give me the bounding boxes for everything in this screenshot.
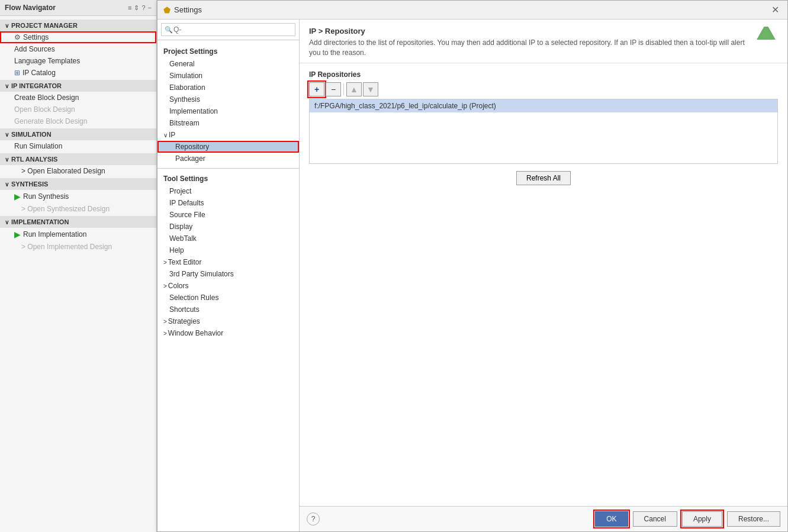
nav-pin-icon[interactable]: ≡ xyxy=(128,4,131,12)
tree-item-display[interactable]: Display xyxy=(157,221,299,233)
toolbar-separator xyxy=(343,83,344,95)
nav-item-settings[interactable]: ⚙ Settings xyxy=(0,31,156,43)
nav-item-run-synthesis[interactable]: ▶ Run Synthesis xyxy=(0,190,156,203)
section-synthesis-header[interactable]: ∨ SYNTHESIS xyxy=(0,178,156,190)
remove-repo-button[interactable]: − xyxy=(326,82,341,96)
nav-item-add-sources-label: Add Sources xyxy=(14,45,55,53)
nav-item-add-sources[interactable]: Add Sources xyxy=(0,43,156,55)
content-breadcrumb: IP > Repository xyxy=(309,27,778,36)
tree-item-implementation[interactable]: Implementation xyxy=(157,105,299,117)
nav-item-open-elaborated-design[interactable]: > Open Elaborated Design xyxy=(0,165,156,177)
chevron-down-icon-6: ∨ xyxy=(5,219,9,225)
flow-nav-title: Flow Navigator xyxy=(5,4,56,12)
cancel-button[interactable]: Cancel xyxy=(633,511,677,527)
tree-divider xyxy=(157,168,299,169)
repo-list: f:/FPGA/high_class_2021/p6_led_ip/calcul… xyxy=(309,99,778,164)
ip-expand-icon: ∨ xyxy=(163,132,168,138)
nav-help-icon[interactable]: ? xyxy=(141,4,145,12)
section-ip-integrator-label: IP INTEGRATOR xyxy=(11,82,62,89)
tree-item-shortcuts[interactable]: Shortcuts xyxy=(157,304,299,315)
ip-repositories-label: IP Repositories xyxy=(309,70,778,79)
flow-nav-content: ∨ PROJECT MANAGER ⚙ Settings Add Sources… xyxy=(0,16,156,532)
tree-item-source-file[interactable]: Source File xyxy=(157,209,299,221)
tree-item-general[interactable]: General xyxy=(157,58,299,70)
tree-content: Project Settings General Simulation Elab… xyxy=(157,40,299,531)
tree-group-window-behavior[interactable]: > Window Behavior xyxy=(157,327,299,339)
section-project-manager-label: PROJECT MANAGER xyxy=(11,22,78,29)
tree-item-packager[interactable]: Packager xyxy=(157,153,299,165)
section-simulation-header[interactable]: ∨ SIMULATION xyxy=(0,128,156,140)
search-icon: 🔍 xyxy=(165,26,173,34)
refresh-all-area: Refresh All xyxy=(309,171,778,185)
section-simulation: ∨ SIMULATION Run Simulation xyxy=(0,128,156,152)
restore-button[interactable]: Restore... xyxy=(727,511,780,527)
ok-button[interactable]: OK xyxy=(595,511,628,527)
tree-group-strategies[interactable]: > Strategies xyxy=(157,315,299,327)
tree-item-project[interactable]: Project xyxy=(157,185,299,197)
tree-item-3rd-party-simulators[interactable]: 3rd Party Simulators xyxy=(157,268,299,280)
settings-dialog: ⬟ Settings ✕ 🔍 Proj xyxy=(157,0,788,532)
section-project-manager-header[interactable]: ∨ PROJECT MANAGER xyxy=(0,20,156,31)
dialog-titlebar: ⬟ Settings ✕ xyxy=(157,1,787,20)
nav-item-run-simulation[interactable]: Run Simulation xyxy=(0,140,156,152)
chevron-right-icon-3: > xyxy=(21,243,25,251)
nav-item-open-implemented-design: > Open Implemented Design xyxy=(0,241,156,253)
tree-item-repository[interactable]: Repository xyxy=(157,141,299,153)
tree-group-ip[interactable]: ∨ IP xyxy=(157,129,299,141)
apply-button[interactable]: Apply xyxy=(682,511,722,527)
refresh-all-button[interactable]: Refresh All xyxy=(516,171,571,185)
tree-item-selection-rules[interactable]: Selection Rules xyxy=(157,292,299,304)
tool-settings-label: Tool Settings xyxy=(157,172,299,185)
nav-item-language-templates-label: Language Templates xyxy=(14,57,80,65)
section-simulation-label: SIMULATION xyxy=(11,131,52,138)
nav-item-ip-catalog[interactable]: ⊞ IP Catalog xyxy=(0,67,156,79)
dialog-title-text: Settings xyxy=(174,5,202,14)
tree-item-synthesis[interactable]: Synthesis xyxy=(157,93,299,105)
text-editor-expand-icon: > xyxy=(163,259,167,266)
tree-group-text-editor[interactable]: > Text Editor xyxy=(157,256,299,268)
section-implementation-header[interactable]: ∨ IMPLEMENTATION xyxy=(0,216,156,228)
nav-item-create-block-design[interactable]: Create Block Design xyxy=(0,92,156,104)
repo-list-item[interactable]: f:/FPGA/high_class_2021/p6_led_ip/calcul… xyxy=(310,99,777,112)
gear-icon: ⚙ xyxy=(14,33,21,41)
run-implementation-icon: ▶ xyxy=(14,230,21,239)
dialog-title: ⬟ Settings xyxy=(163,5,202,15)
section-synthesis-label: SYNTHESIS xyxy=(11,180,48,188)
tree-item-help[interactable]: Help xyxy=(157,244,299,256)
nav-item-language-templates[interactable]: Language Templates xyxy=(0,55,156,67)
section-ip-integrator-header[interactable]: ∨ IP INTEGRATOR xyxy=(0,80,156,92)
section-project-manager: ∨ PROJECT MANAGER ⚙ Settings Add Sources… xyxy=(0,20,156,79)
tree-item-ip-defaults[interactable]: IP Defaults xyxy=(157,197,299,209)
nav-item-generate-block-design: Generate Block Design xyxy=(0,115,156,127)
strategies-expand-icon: > xyxy=(163,318,167,325)
vivado-logo xyxy=(754,27,778,46)
nav-minimize-icon[interactable]: − xyxy=(148,4,152,12)
add-repo-button[interactable]: + xyxy=(309,82,324,96)
colors-expand-icon: > xyxy=(163,283,167,289)
chevron-down-icon: ∨ xyxy=(5,22,9,29)
tree-search-area: 🔍 xyxy=(157,20,299,40)
content-header: IP > Repository Add directories to the l… xyxy=(300,20,787,63)
dialog-title-icon: ⬟ xyxy=(163,5,171,15)
nav-item-settings-label: Settings xyxy=(23,33,49,41)
dialog-close-button[interactable]: ✕ xyxy=(769,4,781,15)
move-up-repo-button[interactable]: ▲ xyxy=(346,82,362,96)
run-synthesis-icon: ▶ xyxy=(14,192,21,201)
tree-panel: 🔍 Project Settings General Simulation El… xyxy=(157,20,300,531)
section-rtl-analysis-header[interactable]: ∨ RTL ANALYSIS xyxy=(0,153,156,165)
tree-group-colors[interactable]: > Colors xyxy=(157,280,299,292)
search-wrapper: 🔍 xyxy=(161,23,295,36)
tree-search-input[interactable] xyxy=(161,23,295,36)
section-ip-integrator: ∨ IP INTEGRATOR Create Block Design Open… xyxy=(0,80,156,127)
nav-item-run-implementation[interactable]: ▶ Run Implementation xyxy=(0,228,156,241)
help-button[interactable]: ? xyxy=(307,512,320,525)
tree-item-simulation[interactable]: Simulation xyxy=(157,70,299,82)
tree-item-elaboration[interactable]: Elaboration xyxy=(157,82,299,93)
tree-item-bitstream[interactable]: Bitstream xyxy=(157,117,299,129)
dialog-body: 🔍 Project Settings General Simulation El… xyxy=(157,20,787,531)
section-rtl-analysis: ∨ RTL ANALYSIS > Open Elaborated Design xyxy=(0,153,156,177)
nav-settings-icon[interactable]: ⇕ xyxy=(134,4,139,12)
tree-item-webtalk[interactable]: WebTalk xyxy=(157,233,299,244)
move-down-repo-button[interactable]: ▼ xyxy=(363,82,378,96)
project-settings-label: Project Settings xyxy=(157,45,299,58)
